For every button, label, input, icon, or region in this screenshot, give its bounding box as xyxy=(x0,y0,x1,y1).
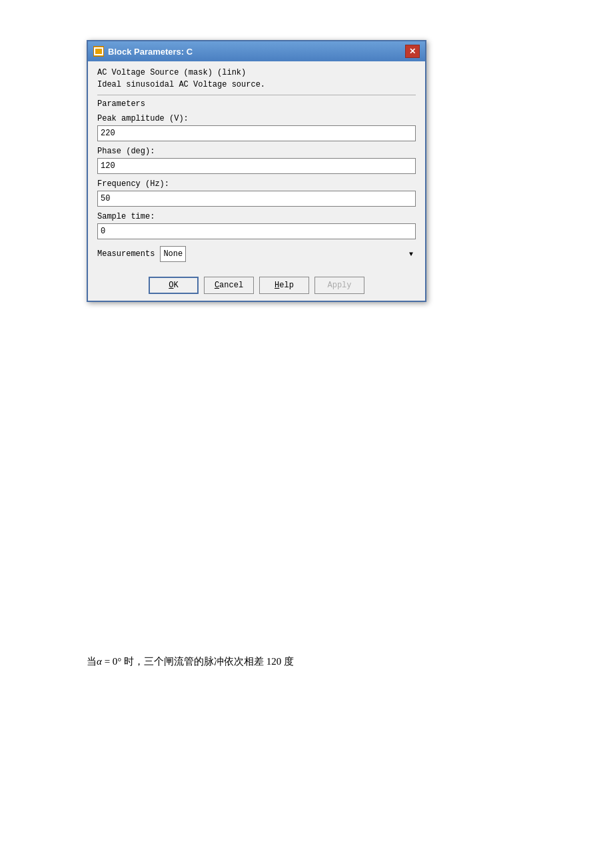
ok-button[interactable]: OK xyxy=(149,277,199,294)
measurements-row: Measurements None xyxy=(97,246,416,262)
apply-button[interactable]: Apply xyxy=(314,277,364,294)
dialog-content: AC Voltage Source (mask) (link) Ideal si… xyxy=(88,61,425,269)
measurements-select[interactable]: None xyxy=(160,246,186,262)
alpha-symbol: α xyxy=(97,656,102,667)
measurements-label: Measurements xyxy=(97,249,155,259)
ok-underline: OK xyxy=(169,281,178,290)
title-bar: Block Parameters: C ✕ xyxy=(88,41,425,61)
peak-amplitude-input[interactable] xyxy=(97,125,416,141)
block-icon xyxy=(93,46,104,57)
cancel-button[interactable]: Cancel xyxy=(204,277,254,294)
peak-amplitude-label: Peak amplitude (V): xyxy=(97,114,416,123)
cancel-underline: Cancel xyxy=(215,281,243,290)
sample-time-label: Sample time: xyxy=(97,212,416,221)
divider-1 xyxy=(97,95,416,95)
phase-label: Phase (deg): xyxy=(97,147,416,156)
help-underline: Help xyxy=(275,281,294,290)
dialog-window: Block Parameters: C ✕ AC Voltage Source … xyxy=(87,40,426,302)
frequency-label: Frequency (Hz): xyxy=(97,179,416,189)
page-container: Block Parameters: C ✕ AC Voltage Source … xyxy=(0,0,613,868)
title-bar-left: Block Parameters: C xyxy=(93,46,193,57)
dialog-description: Ideal sinusoidal AC Voltage source. xyxy=(97,80,416,89)
dialog-subtitle: AC Voltage Source (mask) (link) xyxy=(97,68,416,77)
frequency-input[interactable] xyxy=(97,191,416,207)
button-row: OK Cancel Help Apply xyxy=(88,269,425,301)
dialog-title: Block Parameters: C xyxy=(108,47,193,57)
help-button[interactable]: Help xyxy=(259,277,309,294)
sample-time-input[interactable] xyxy=(97,223,416,239)
close-button[interactable]: ✕ xyxy=(405,45,420,58)
phase-input[interactable] xyxy=(97,158,416,174)
parameters-section-label: Parameters xyxy=(97,99,416,109)
bottom-note: 当α = 0° 时，三个闸流管的脉冲依次相差 120 度 xyxy=(87,655,294,668)
measurements-select-wrapper: None xyxy=(160,246,416,262)
